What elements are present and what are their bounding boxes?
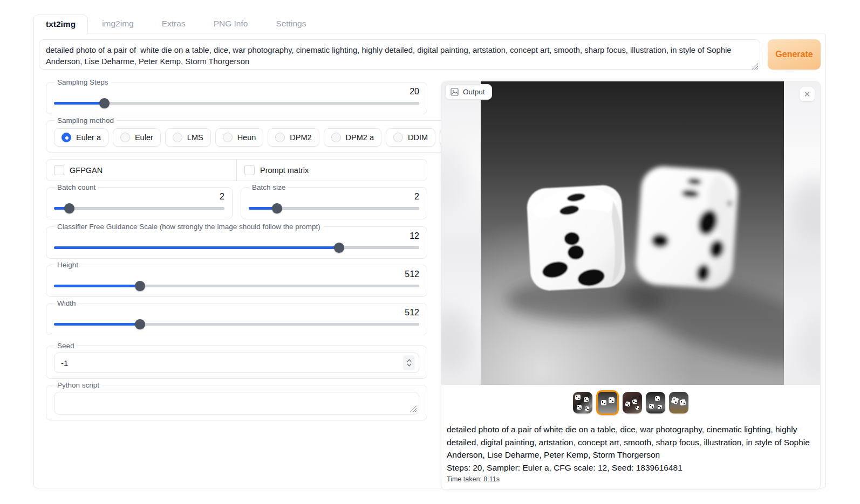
radio-ddim[interactable]: DDIM: [386, 128, 435, 147]
gallery-thumbnail-1[interactable]: [573, 392, 592, 413]
slider-fill: [54, 102, 104, 105]
tab-txt2img[interactable]: txt2img: [33, 15, 88, 33]
gfpgan-checkbox[interactable]: [54, 165, 64, 175]
sd-webui-app: txt2img img2img Extras PNG Info Settings…: [33, 13, 826, 488]
slider-thumb[interactable]: [135, 281, 145, 291]
radio-circle-icon: [120, 133, 130, 142]
width-label: Width: [54, 299, 79, 307]
width-group: Width 512: [46, 299, 427, 335]
prompt-matrix-checkbox[interactable]: [244, 165, 255, 175]
prompt-input[interactable]: detailed photo of a pair of white die on…: [39, 39, 760, 70]
slider-thumb[interactable]: [334, 243, 344, 253]
python-script-label: Python script: [54, 381, 102, 389]
output-card: Output ✕: [441, 81, 821, 490]
batch-count-value: 2: [54, 191, 224, 202]
seed-value: -1: [61, 358, 68, 368]
seed-label: Seed: [54, 342, 77, 350]
width-slider[interactable]: [54, 319, 419, 329]
sampling-steps-group: Sampling Steps 20: [46, 78, 427, 114]
radio-label: DDIM: [408, 133, 428, 142]
sampling-steps-label: Sampling Steps: [54, 78, 111, 86]
generation-info: Steps: 20, Sampler: Euler a, CFG scale: …: [447, 461, 815, 474]
seed-group: Seed -1: [46, 342, 427, 379]
radio-circle-icon: [275, 133, 285, 142]
gallery-thumbnail-2-selected[interactable]: [596, 390, 619, 415]
batch-size-label: Batch size: [249, 183, 288, 191]
gfpgan-checkbox-row[interactable]: GFPGAN: [46, 160, 236, 181]
gfpgan-label: GFPGAN: [70, 166, 103, 175]
chevron-up-icon: [407, 359, 412, 362]
sampling-method-label: Sampling method: [54, 116, 117, 125]
radio-heun[interactable]: Heun: [215, 128, 264, 147]
radio-dpm2[interactable]: DPM2: [268, 128, 319, 147]
gallery-thumbnail-5[interactable]: [669, 392, 688, 413]
caption-text: detailed photo of a pair of white die on…: [447, 423, 815, 461]
image-icon: [451, 88, 459, 96]
batch-size-value: 2: [249, 191, 419, 202]
slider-fill: [54, 323, 140, 326]
slider-thumb[interactable]: [272, 203, 282, 213]
sampling-steps-value: 20: [54, 86, 419, 97]
prompt-matrix-checkbox-row[interactable]: Prompt matrix: [236, 160, 427, 181]
prompt-box: detailed photo of a pair of white die on…: [39, 39, 760, 72]
generate-button[interactable]: Generate: [768, 39, 821, 70]
generated-image[interactable]: [481, 81, 784, 385]
gallery-thumbnail-4[interactable]: [646, 392, 665, 413]
radio-circle-icon: [393, 133, 403, 142]
cfg-scale-label: Classifier Free Guidance Scale (how stro…: [54, 223, 323, 231]
cfg-scale-value: 12: [54, 231, 419, 241]
radio-euler-a[interactable]: Euler a: [54, 128, 108, 147]
python-script-input[interactable]: [54, 392, 419, 415]
sampling-method-options: Euler a Euler LMS Heun: [54, 128, 491, 147]
height-group: Height 512: [46, 261, 427, 297]
radio-lms[interactable]: LMS: [165, 128, 211, 147]
slider-thumb[interactable]: [64, 203, 74, 213]
generation-details: detailed photo of a pair of white die on…: [441, 416, 820, 483]
height-value: 512: [54, 269, 419, 280]
tab-bar: txt2img img2img Extras PNG Info Settings: [33, 13, 826, 33]
slider-thumb[interactable]: [99, 98, 110, 108]
tab-settings[interactable]: Settings: [262, 15, 320, 33]
seed-input[interactable]: -1: [54, 353, 419, 373]
slider-track: [54, 207, 224, 210]
seed-stepper[interactable]: [403, 355, 415, 370]
radio-label: Euler a: [76, 133, 101, 142]
slider-fill: [54, 246, 339, 249]
radio-circle-icon: [173, 133, 182, 142]
toggles-panel: GFPGAN Prompt matrix: [46, 159, 427, 181]
prompt-matrix-label: Prompt matrix: [260, 166, 309, 175]
close-icon[interactable]: ✕: [800, 87, 815, 101]
output-gallery: Output ✕: [441, 81, 820, 385]
batch-size-slider[interactable]: [249, 203, 419, 213]
gallery-left-padding: [441, 81, 481, 385]
output-chip-label: Output: [463, 88, 485, 96]
output-chip: Output: [445, 84, 492, 100]
tab-png-info[interactable]: PNG Info: [200, 15, 262, 33]
radio-label: LMS: [187, 133, 203, 142]
slider-fill: [54, 285, 140, 287]
tab-extras[interactable]: Extras: [148, 15, 200, 33]
thumbnail-strip: [441, 389, 820, 416]
resize-handle-icon[interactable]: [410, 405, 417, 412]
tab-img2img[interactable]: img2img: [88, 15, 148, 33]
batch-row: Batch count 2 Batch size 2: [46, 183, 427, 222]
radio-label: DPM2 a: [346, 133, 374, 142]
python-script-group: Python script: [46, 381, 427, 420]
width-value: 512: [54, 307, 419, 318]
settings-column: Sampling Steps 20 Sampling method Euler …: [46, 78, 427, 423]
radio-circle-icon: [62, 133, 71, 142]
sampling-method-group: Sampling method Euler a Euler LMS: [46, 116, 499, 153]
cfg-scale-slider[interactable]: [54, 242, 419, 253]
gallery-thumbnail-3[interactable]: [623, 392, 642, 413]
radio-circle-icon: [223, 133, 233, 142]
radio-circle-icon: [331, 133, 341, 142]
batch-size-group: Batch size 2: [241, 183, 427, 219]
sampling-steps-slider[interactable]: [54, 98, 419, 108]
height-slider[interactable]: [54, 280, 419, 291]
slider-thumb[interactable]: [135, 319, 145, 329]
batch-count-group: Batch count 2: [46, 183, 233, 219]
batch-count-slider[interactable]: [54, 203, 224, 213]
radio-dpm2-a[interactable]: DPM2 a: [324, 128, 381, 147]
radio-euler[interactable]: Euler: [113, 128, 161, 147]
gallery-right-padding: [781, 81, 820, 385]
